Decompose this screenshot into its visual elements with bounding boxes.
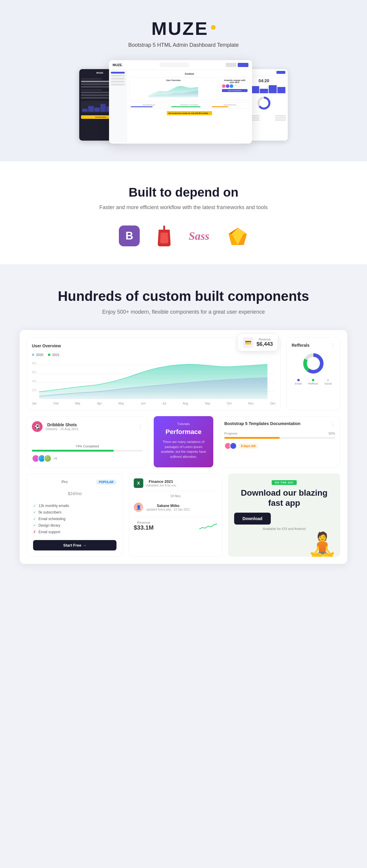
- chart-label: Apr: [97, 402, 102, 405]
- ref-legend-email: Email: [295, 379, 302, 385]
- preview-cta-text: Start a conversation: [228, 90, 241, 91]
- revenue-icon: 💳: [243, 337, 253, 348]
- chart-x-labels: Jan Feb Mar Apr May Jun Jul Aug Sep Oct …: [32, 402, 276, 405]
- dribbble-meta: Dribbble Shots Delivery · 15 Aug 2021: [45, 423, 79, 431]
- gulp-inner: [160, 232, 168, 243]
- referrals-donut: [302, 351, 325, 375]
- finance-divider: [134, 491, 217, 491]
- preview-side-item: [111, 75, 125, 76]
- download-platform: Available for iOS and Android: [234, 527, 334, 530]
- component-row-3: POPULAR Pro $24/mo ✓ 12k monthly emails …: [27, 473, 340, 557]
- logo-dot: [211, 25, 216, 30]
- finance-title: Finance 2021: [146, 479, 176, 484]
- preview-avatars: +9: [222, 84, 248, 88]
- preview-bar: [94, 107, 100, 112]
- dribbble-menu-icon[interactable]: ⋮: [138, 424, 143, 430]
- svg-text:20: 20: [32, 389, 37, 392]
- svg-text:60: 60: [32, 371, 37, 374]
- svg-text:40: 40: [32, 379, 37, 383]
- finance-header: X Finance 2021 Uploaded Jun 8 by you: [134, 478, 217, 488]
- preview-chart-svg: [131, 83, 215, 97]
- person-info: Sakane Miiko updated forms.php · 13 Jan …: [146, 504, 190, 511]
- tech-sketch: [227, 226, 248, 246]
- preview-bar: [277, 87, 285, 93]
- referrals-legend: Email Refferal Social: [292, 379, 335, 385]
- referrals-card: Refferals ⋮ Email: [286, 337, 340, 410]
- legend-label-2020: 2020: [36, 353, 43, 356]
- hero-subtitle: Bootstrap 5 HTML Admin Dashboard Templat…: [6, 42, 361, 48]
- components-section: Hundreds of custom built components Enjo…: [0, 264, 367, 582]
- person-row: 👤 Sakane Miiko updated forms.php · 13 Ja…: [134, 501, 217, 514]
- revenue-mini-value: $33.1M: [134, 524, 154, 531]
- person-update-date: updated forms.php · 13 Jan 2021: [146, 508, 190, 511]
- gulp-body: [158, 230, 171, 246]
- tutorial-title: Performace: [160, 428, 207, 436]
- dribbble-name: Dribbble Shots: [45, 423, 79, 427]
- progress-label: 74% Completed: [32, 444, 143, 448]
- ref-legend-social: Social: [325, 379, 332, 385]
- preview-side-item: [111, 81, 125, 83]
- component-row-1: User Overview Today ▾ 2020 2021: [27, 337, 340, 410]
- preview-btn: [238, 63, 248, 67]
- tech-sass: Sass: [189, 230, 209, 242]
- ref-legend-referral: Refferal: [308, 379, 317, 385]
- legend-dot-2021: [48, 353, 50, 356]
- preview-card-bar: [171, 106, 201, 107]
- component-grid: User Overview Today ▾ 2020 2021: [20, 330, 347, 564]
- chart-label: May: [119, 402, 124, 405]
- progress-section: 74% Completed: [32, 444, 143, 452]
- finance-divider-2: [134, 517, 217, 517]
- logo-text: MUZE: [151, 18, 209, 39]
- preview-cta-btn: Start a conversation: [222, 89, 248, 92]
- preview-card-label: App Wireframes: [212, 104, 248, 106]
- download-figure: 🧘: [307, 533, 337, 557]
- revenue-mini: Revenue $33.1M: [134, 521, 217, 531]
- on-the-go-badge: ON THE GO!: [272, 480, 297, 485]
- pro-feature-5: ✗ Email support: [33, 529, 117, 535]
- preview-bar: [88, 106, 94, 112]
- tech-bootstrap: B: [119, 225, 140, 246]
- check-icon: ✓: [33, 504, 36, 508]
- pro-feature-4: ✓ Design library: [33, 522, 117, 529]
- pro-feature-2: ✓ 5k subscribers: [33, 509, 117, 516]
- gulp-icon: [158, 225, 171, 246]
- preview-avatar: [222, 84, 225, 88]
- revenue-mini-label: Revenue: [134, 521, 154, 524]
- deadline-avatar: [230, 442, 237, 450]
- tech-gulp: [158, 225, 171, 246]
- ref-label-social: Social: [325, 382, 332, 385]
- legend-2021: 2021: [48, 353, 59, 356]
- preview-header: MUZE.: [109, 60, 252, 70]
- preview-bar: [269, 85, 277, 93]
- docs-menu-icon[interactable]: ⋮: [330, 421, 335, 427]
- revenue-label: Revenue: [256, 338, 273, 341]
- docs-title: Bootstrap 5 Templates Documentation: [224, 421, 301, 426]
- preview-card: Bootstrap 5 Templates: [170, 102, 209, 109]
- preview-card: App Wireframes: [210, 102, 250, 109]
- preview-card-label: App Wireframes: [131, 104, 167, 106]
- preview-side-item: [111, 78, 125, 80]
- revenue-info: Revenue $6,443: [256, 338, 273, 347]
- chart-label: Aug: [183, 402, 188, 405]
- start-free-button[interactable]: Start Free →: [33, 540, 117, 551]
- logo: MUZE: [6, 18, 361, 39]
- preview-side-nav: [109, 70, 127, 143]
- ref-label-referral: Refferal: [308, 382, 317, 385]
- avatar-extra-count: +6: [53, 457, 57, 460]
- preview-engage-card: Instantly engage with your fans. +9 Star…: [220, 77, 250, 101]
- preview-right-btn: [276, 71, 285, 74]
- download-button[interactable]: Download: [234, 513, 271, 525]
- preview-side-item: [111, 72, 125, 73]
- preview-row-value: [275, 115, 286, 117]
- preview-festive-label: Festive: [129, 72, 250, 75]
- pro-features-list: ✓ 12k monthly emails ✓ 5k subscribers ✓ …: [33, 502, 117, 535]
- built-title: Built to depend on: [12, 185, 355, 199]
- referrals-menu-icon[interactable]: ⋮: [330, 342, 335, 348]
- tech-icons: B Sass: [12, 225, 355, 246]
- docs-progress-fill: [224, 437, 280, 439]
- sass-icon: Sass: [189, 230, 209, 242]
- pro-header: POPULAR Pro $24/mo: [33, 479, 117, 498]
- user-overview-title: User Overview: [32, 343, 61, 348]
- dribbble-date: Delivery · 15 Aug 2021: [45, 427, 79, 431]
- components-title: Hundreds of custom built components: [12, 288, 355, 304]
